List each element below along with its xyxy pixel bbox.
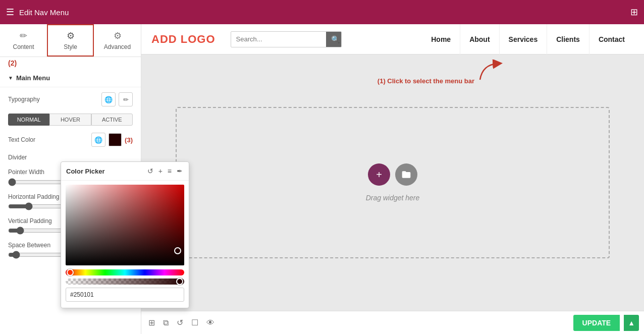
cp-list-btn[interactable]: ≡	[167, 166, 173, 176]
typography-globe-btn[interactable]: 🌐	[101, 92, 116, 106]
alpha-thumb	[176, 278, 183, 285]
toggle-normal[interactable]: NORMAL	[8, 114, 49, 126]
nav-item-about[interactable]: About	[460, 24, 499, 54]
eye-icon[interactable]: 👁	[204, 316, 217, 329]
nav-item-contact[interactable]: Contact	[589, 24, 634, 54]
tab-advanced[interactable]: ⚙ Advanced	[94, 24, 141, 57]
nav-item-home[interactable]: Home	[422, 24, 460, 54]
device-icon[interactable]: ☐	[189, 316, 200, 329]
tab-style-label: Style	[64, 43, 77, 50]
cp-hex-input[interactable]	[66, 288, 184, 302]
cp-gradient-box[interactable]	[66, 185, 184, 265]
content-icon: ✏	[20, 30, 27, 41]
nav-logo: ADD LOGO	[151, 33, 216, 46]
add-widget-btn[interactable]: +	[368, 163, 390, 186]
typography-label: Typography	[8, 96, 40, 103]
nav-search-bar: 🔍	[231, 31, 342, 47]
tab-content[interactable]: ✏ Content	[0, 24, 47, 57]
sidebar: ✏ Content ⚙ Style ⚙ Advanced (2) ▼ Main …	[0, 24, 141, 334]
cp-hue-slider[interactable]	[66, 269, 184, 275]
state-toggle-group: NORMAL HOVER ACTIVE	[8, 114, 133, 126]
layers-icon[interactable]: ⊞	[146, 316, 157, 329]
cp-reset-btn[interactable]: ↺	[146, 166, 154, 176]
color-picker-popup: Color Picker ↺ + ≡ ✒	[61, 161, 189, 308]
canvas-content: (1) Click to select the menu bar +	[141, 54, 644, 311]
horizontal-padding-label: Horizontal Padding	[8, 193, 59, 200]
typography-row: Typography 🌐 ✏	[8, 92, 133, 106]
tab-content-label: Content	[13, 43, 34, 50]
bottom-toolbar: ⊞ ⧉ ↺ ☐ 👁 UPDATE ▲	[141, 311, 644, 334]
alpha-overlay	[66, 279, 184, 285]
text-color-row: Text Color 🌐 (3)	[8, 133, 133, 147]
nav-menu: Home About Services Clients Contact	[422, 24, 634, 54]
text-color-globe-btn[interactable]: 🌐	[91, 133, 105, 147]
widget-buttons: +	[368, 163, 417, 186]
pointer-width-label: Pointer Width	[8, 169, 44, 176]
top-bar-title: Edit Nav Menu	[19, 8, 69, 17]
tab-row: ✏ Content ⚙ Style ⚙ Advanced	[0, 24, 141, 57]
text-color-label: Text Color	[8, 136, 35, 143]
grid-icon[interactable]: ⊞	[630, 7, 638, 18]
cp-actions: ↺ + ≡ ✒	[146, 166, 184, 176]
divider-row: Divider	[8, 154, 133, 161]
typography-edit-btn[interactable]: ✏	[119, 92, 133, 106]
drag-label: Drag widget here	[366, 194, 420, 202]
canvas-area: ADD LOGO 🔍 Home About Services Clients C…	[141, 24, 644, 334]
text-color-swatch[interactable]	[109, 133, 122, 146]
annotation: (1) Click to select the menu bar	[378, 60, 503, 85]
grad-dark	[66, 185, 184, 265]
cp-add-btn[interactable]: +	[157, 166, 164, 176]
nav-item-clients[interactable]: Clients	[547, 24, 589, 54]
section-header-main-menu[interactable]: ▼ Main Menu	[0, 69, 141, 87]
annotation-text: (1) Click to select the menu bar	[378, 77, 474, 85]
hamburger-icon[interactable]: ☰	[6, 7, 14, 18]
step-label-3: (3)	[125, 136, 133, 144]
toggle-active[interactable]: ACTIVE	[91, 114, 133, 126]
divider-label: Divider	[8, 154, 27, 161]
tab-style[interactable]: ⚙ Style	[47, 24, 94, 57]
section-arrow-icon: ▼	[8, 75, 13, 81]
template-widget-btn[interactable]	[395, 163, 417, 186]
nav-item-services[interactable]: Services	[500, 24, 548, 54]
tab-advanced-label: Advanced	[104, 43, 131, 50]
cp-alpha-slider[interactable]	[66, 279, 184, 285]
section-title: Main Menu	[16, 74, 50, 82]
cp-header: Color Picker ↺ + ≡ ✒	[61, 162, 189, 181]
annotation-arrow-icon	[477, 60, 503, 85]
cp-eyedropper-btn[interactable]: ✒	[176, 166, 184, 176]
text-color-controls: 🌐 (3)	[91, 133, 133, 147]
widget-drop-area: + Drag widget here	[176, 107, 610, 258]
space-between-label: Space Between	[8, 242, 50, 249]
update-arrow-button[interactable]: ▲	[624, 315, 639, 331]
folder-icon	[401, 170, 411, 180]
nav-preview: ADD LOGO 🔍 Home About Services Clients C…	[141, 24, 644, 54]
style-icon: ⚙	[67, 30, 75, 41]
vertical-padding-label: Vertical Padding	[8, 217, 52, 225]
step-label-2: (2)	[0, 57, 141, 69]
nav-search-btn[interactable]: 🔍	[326, 32, 342, 47]
nav-search-input[interactable]	[231, 32, 326, 46]
copy-icon[interactable]: ⧉	[161, 316, 171, 329]
update-button[interactable]: UPDATE	[573, 315, 620, 331]
top-bar: ☰ Edit Nav Menu ⊞	[0, 0, 644, 24]
toggle-hover[interactable]: HOVER	[49, 114, 91, 126]
typography-controls: 🌐 ✏	[101, 92, 133, 106]
cp-title: Color Picker	[66, 168, 105, 175]
hue-thumb	[67, 269, 74, 276]
main-area: ✏ Content ⚙ Style ⚙ Advanced (2) ▼ Main …	[0, 24, 644, 334]
undo-icon[interactable]: ↺	[175, 316, 185, 329]
advanced-icon: ⚙	[114, 30, 122, 41]
